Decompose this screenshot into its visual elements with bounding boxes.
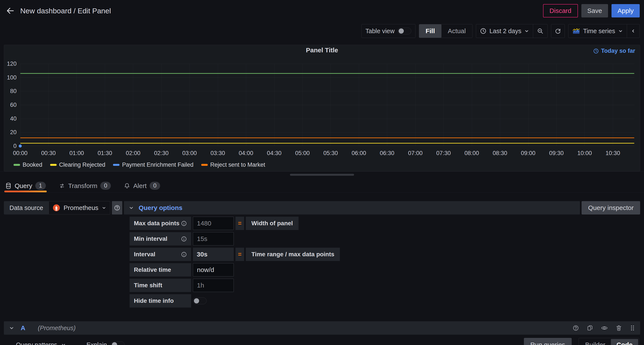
delete-query-button[interactable] bbox=[616, 325, 622, 331]
time-shift-input[interactable] bbox=[193, 279, 234, 292]
gridline bbox=[20, 91, 634, 91]
gridline bbox=[246, 64, 246, 146]
tab-badge: 1 bbox=[35, 182, 46, 190]
y-tick-label: 0 bbox=[4, 143, 16, 149]
hide-time-info-toggle[interactable] bbox=[193, 297, 207, 304]
question-circle-icon bbox=[114, 205, 120, 211]
y-tick-label: 20 bbox=[4, 129, 16, 136]
toggle-visibility-button[interactable] bbox=[601, 325, 608, 331]
gridline bbox=[359, 64, 359, 146]
duplicate-query-button[interactable] bbox=[587, 325, 593, 331]
x-tick-label: 05:00 bbox=[295, 150, 310, 157]
x-tick-label: 06:30 bbox=[380, 150, 394, 157]
active-tab-underline bbox=[4, 191, 47, 192]
database-icon bbox=[5, 182, 12, 189]
table-view-toggle[interactable] bbox=[398, 28, 411, 35]
chevron-down-icon bbox=[524, 29, 529, 33]
y-axis: 020406080100120 bbox=[4, 64, 16, 146]
legend-item[interactable]: Reject sent to Market bbox=[201, 162, 265, 168]
max-data-points-input[interactable] bbox=[193, 217, 234, 230]
legend-label: Payment Enrichment Failed bbox=[122, 162, 194, 168]
explain-toggle[interactable] bbox=[111, 341, 124, 345]
datasource-row: Data source Prometheus bbox=[4, 201, 640, 214]
series-dot-payment-enrichment-failed bbox=[19, 145, 22, 148]
builder-segment[interactable]: Builder bbox=[580, 339, 611, 345]
datasource-select[interactable]: Prometheus bbox=[49, 201, 110, 214]
arrow-left-icon bbox=[6, 7, 15, 15]
actual-segment[interactable]: Actual bbox=[442, 24, 472, 38]
panel-toolbar: Table view Fill Actual Last 2 days bbox=[0, 22, 644, 41]
time-note-link[interactable]: Today so far bbox=[593, 48, 635, 54]
pane-splitter-handle[interactable] bbox=[290, 174, 354, 176]
collapse-options-button[interactable] bbox=[627, 24, 640, 38]
builder-code-segmented: Builder Code bbox=[578, 338, 639, 345]
legend-item[interactable]: Booked bbox=[14, 162, 42, 168]
relative-time-input[interactable] bbox=[193, 263, 234, 276]
chevron-down-icon bbox=[61, 342, 66, 345]
panel: Panel Title Today so far 020406080100120… bbox=[4, 45, 640, 171]
query-inspector-button[interactable]: Query inspector bbox=[582, 201, 640, 214]
time-shift-label: Time shift bbox=[130, 279, 191, 292]
discard-button[interactable]: Discard bbox=[543, 4, 578, 18]
viz-label: Time series bbox=[583, 28, 615, 35]
gridline bbox=[500, 64, 500, 146]
gridline bbox=[133, 64, 133, 146]
tab-query[interactable]: Query 1 bbox=[4, 179, 47, 192]
x-tick-label: 10:30 bbox=[606, 150, 620, 157]
question-circle-icon bbox=[572, 325, 579, 331]
page-title: New dashboard / Edit Panel bbox=[20, 7, 111, 15]
code-segment[interactable]: Code bbox=[611, 339, 638, 345]
gridline bbox=[330, 64, 331, 146]
query-collapse-chevron[interactable] bbox=[9, 325, 14, 330]
refresh-button[interactable] bbox=[551, 24, 565, 38]
tab-label: Alert bbox=[133, 182, 146, 190]
time-shift-row: Time shift bbox=[130, 279, 640, 292]
table-view-group: Table view bbox=[362, 24, 416, 38]
panel-title: Panel Title bbox=[306, 47, 338, 54]
fill-actual-segmented: Fill Actual bbox=[419, 24, 472, 38]
run-queries-button[interactable]: Run queries bbox=[524, 338, 572, 345]
tab-alert[interactable]: Alert 0 bbox=[123, 179, 161, 192]
legend-item[interactable]: Payment Enrichment Failed bbox=[113, 162, 194, 168]
tab-transform[interactable]: Transform 0 bbox=[58, 179, 112, 192]
fill-segment[interactable]: Fill bbox=[419, 24, 441, 38]
back-button[interactable] bbox=[4, 5, 16, 17]
query-drag-handle[interactable] bbox=[630, 325, 635, 331]
topbar: New dashboard / Edit Panel Discard Save … bbox=[0, 0, 644, 22]
interval-note: Time range / max data points bbox=[246, 248, 340, 261]
explain-control: Explain bbox=[86, 341, 124, 345]
y-tick-label: 120 bbox=[4, 61, 16, 67]
time-range-picker[interactable]: Last 2 days bbox=[476, 24, 533, 38]
apply-button[interactable]: Apply bbox=[612, 4, 640, 18]
datasource-help-button[interactable] bbox=[112, 201, 122, 214]
max-data-points-label: Max data points bbox=[130, 217, 191, 230]
gridline bbox=[20, 64, 634, 64]
x-tick-label: 00:00 bbox=[13, 150, 28, 157]
clock-icon bbox=[480, 28, 486, 34]
panel-header[interactable]: Panel Title Today so far bbox=[4, 45, 640, 55]
query-row[interactable]: A (Prometheus) bbox=[4, 321, 640, 335]
tab-label: Transform bbox=[68, 182, 98, 190]
gridline bbox=[48, 64, 49, 146]
query-help-button[interactable] bbox=[572, 325, 579, 331]
min-interval-input[interactable] bbox=[193, 232, 234, 245]
viz-picker[interactable]: Time series bbox=[568, 24, 627, 38]
magnifier-minus-icon bbox=[537, 28, 544, 34]
prometheus-logo-icon bbox=[53, 204, 60, 211]
min-interval-row: Min interval bbox=[130, 232, 640, 245]
series-line-reject-sent-to-market bbox=[20, 137, 634, 138]
query-options-label: Query options bbox=[138, 204, 182, 211]
zoom-out-button[interactable] bbox=[533, 24, 547, 38]
chart-legend: BookedClearing RejectedPayment Enrichmen… bbox=[14, 162, 265, 168]
query-options-header[interactable]: Query options bbox=[124, 201, 580, 214]
legend-item[interactable]: Clearing Rejected bbox=[50, 162, 106, 168]
x-tick-label: 04:00 bbox=[239, 150, 253, 157]
x-axis: 00:0000:3001:0001:3002:0002:3003:0003:30… bbox=[20, 150, 634, 157]
editor-tabs: Query 1 Transform 0 Alert 0 bbox=[0, 179, 644, 193]
y-tick-label: 100 bbox=[4, 74, 16, 81]
query-patterns-dropdown[interactable]: Query patterns bbox=[16, 341, 66, 345]
x-tick-label: 02:30 bbox=[154, 150, 169, 157]
plot-area[interactable] bbox=[20, 64, 634, 146]
save-button[interactable]: Save bbox=[581, 4, 608, 18]
viz-picker-group: Time series bbox=[568, 24, 640, 38]
